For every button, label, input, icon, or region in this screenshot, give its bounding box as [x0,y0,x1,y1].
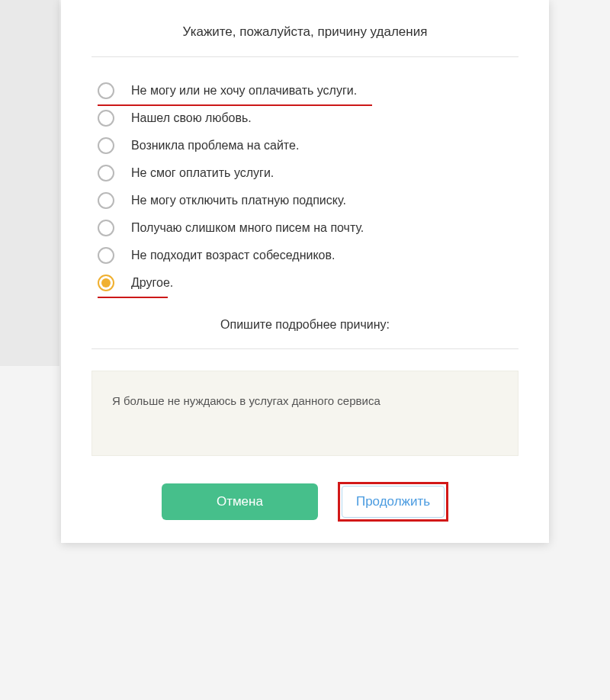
reason-option-label: Не смог оплатить услуги. [131,166,274,180]
reason-option-label: Возникла проблема на сайте. [131,139,299,153]
continue-button[interactable]: Продолжить [342,486,445,518]
reason-option-label: Получаю слишком много писем на почту. [131,221,364,235]
dialog-title: Укажите, пожалуйста, причину удаления [92,24,518,40]
reason-textarea[interactable] [92,371,518,456]
reason-option[interactable]: Не могу отключить платную подписку. [98,187,518,214]
describe-subtitle: Опишите подробнее причину: [92,318,518,332]
divider [92,348,518,349]
radio-icon[interactable] [98,275,114,291]
delete-reason-dialog: Укажите, пожалуйста, причину удаления Не… [61,0,549,543]
reason-options: Не могу или не хочу оплачивать услуги.На… [98,77,518,297]
radio-icon[interactable] [98,220,114,236]
reason-option-label: Нашел свою любовь. [131,111,252,125]
reason-option[interactable]: Получаю слишком много писем на почту. [98,214,518,242]
radio-icon[interactable] [98,82,114,99]
reason-option-label: Другое. [131,276,173,290]
radio-icon[interactable] [98,192,114,209]
red-underline-annotation [98,297,168,298]
radio-icon[interactable] [98,110,114,127]
cancel-button[interactable]: Отмена [162,483,318,520]
reason-option-label: Не могу отключить платную подписку. [131,194,346,207]
reason-option-label: Не подходит возраст собеседников. [131,249,335,262]
reason-option[interactable]: Не смог оплатить услуги. [98,159,518,187]
reason-option[interactable]: Нашел свою любовь. [98,104,518,132]
reason-option[interactable]: Не подходит возраст собеседников. [98,242,518,269]
reason-option[interactable]: Возникла проблема на сайте. [98,132,518,159]
highlight-annotation: Продолжить [338,482,448,522]
reason-option[interactable]: Другое. [98,269,518,297]
dialog-footer: Отмена Продолжить [92,482,518,522]
radio-icon[interactable] [98,165,114,181]
background-sidebar [0,0,59,366]
reason-option[interactable]: Не могу или не хочу оплачивать услуги. [98,77,518,104]
radio-icon[interactable] [98,137,114,154]
radio-icon[interactable] [98,247,114,264]
divider [92,56,518,57]
reason-option-label: Не могу или не хочу оплачивать услуги. [131,84,357,98]
